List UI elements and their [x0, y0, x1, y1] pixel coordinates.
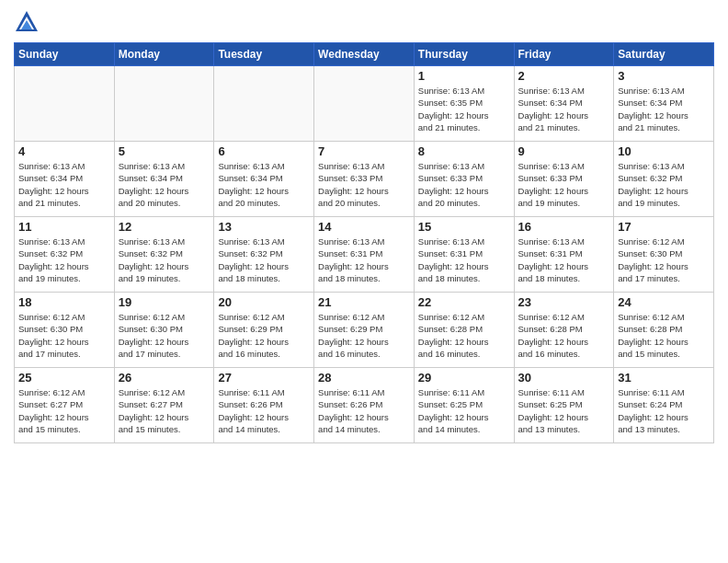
day-number: 13 [218, 220, 310, 234]
day-info: Sunrise: 6:13 AM Sunset: 6:34 PM Dayligh… [618, 85, 710, 133]
calendar-header-saturday: Saturday [614, 43, 714, 66]
calendar-cell: 13Sunrise: 6:13 AM Sunset: 6:32 PM Dayli… [214, 217, 314, 293]
calendar-cell: 3Sunrise: 6:13 AM Sunset: 6:34 PM Daylig… [614, 66, 714, 142]
calendar-header-wednesday: Wednesday [314, 43, 415, 66]
day-info: Sunrise: 6:13 AM Sunset: 6:33 PM Dayligh… [518, 160, 610, 209]
day-number: 14 [318, 220, 410, 234]
day-number: 6 [218, 144, 310, 158]
calendar-cell: 1Sunrise: 6:13 AM Sunset: 6:35 PM Daylig… [414, 66, 514, 142]
calendar-cell [15, 66, 115, 142]
day-info: Sunrise: 6:12 AM Sunset: 6:28 PM Dayligh… [418, 311, 510, 360]
day-number: 3 [618, 69, 710, 83]
calendar-cell: 12Sunrise: 6:13 AM Sunset: 6:32 PM Dayli… [114, 217, 214, 293]
day-info: Sunrise: 6:13 AM Sunset: 6:32 PM Dayligh… [18, 236, 110, 284]
calendar-cell: 20Sunrise: 6:12 AM Sunset: 6:29 PM Dayli… [214, 293, 314, 368]
day-info: Sunrise: 6:13 AM Sunset: 6:35 PM Dayligh… [418, 85, 510, 133]
day-info: Sunrise: 6:11 AM Sunset: 6:25 PM Dayligh… [518, 386, 610, 435]
day-info: Sunrise: 6:13 AM Sunset: 6:33 PM Dayligh… [418, 160, 510, 209]
day-number: 23 [518, 295, 610, 309]
calendar-header-friday: Friday [514, 43, 614, 66]
calendar-cell: 4Sunrise: 6:13 AM Sunset: 6:34 PM Daylig… [15, 142, 115, 217]
day-number: 15 [418, 220, 510, 234]
calendar-week-4: 18Sunrise: 6:12 AM Sunset: 6:30 PM Dayli… [15, 293, 714, 368]
calendar-cell [114, 66, 214, 142]
calendar-cell: 29Sunrise: 6:11 AM Sunset: 6:25 PM Dayli… [414, 368, 514, 443]
day-info: Sunrise: 6:11 AM Sunset: 6:24 PM Dayligh… [618, 386, 710, 435]
day-info: Sunrise: 6:13 AM Sunset: 6:32 PM Dayligh… [218, 236, 310, 284]
day-number: 25 [18, 371, 110, 385]
calendar-cell: 14Sunrise: 6:13 AM Sunset: 6:31 PM Dayli… [314, 217, 415, 293]
calendar-header-row: SundayMondayTuesdayWednesdayThursdayFrid… [15, 43, 714, 66]
day-info: Sunrise: 6:13 AM Sunset: 6:33 PM Dayligh… [318, 160, 410, 209]
day-number: 30 [518, 371, 610, 385]
day-info: Sunrise: 6:11 AM Sunset: 6:26 PM Dayligh… [318, 386, 410, 435]
day-number: 24 [618, 295, 710, 309]
day-info: Sunrise: 6:13 AM Sunset: 6:34 PM Dayligh… [218, 160, 310, 209]
calendar-week-5: 25Sunrise: 6:12 AM Sunset: 6:27 PM Dayli… [15, 368, 714, 443]
day-number: 28 [318, 371, 410, 385]
calendar-cell: 31Sunrise: 6:11 AM Sunset: 6:24 PM Dayli… [614, 368, 714, 443]
calendar-cell: 21Sunrise: 6:12 AM Sunset: 6:29 PM Dayli… [314, 293, 415, 368]
logo [14, 9, 43, 35]
calendar-cell: 16Sunrise: 6:13 AM Sunset: 6:31 PM Dayli… [514, 217, 614, 293]
day-info: Sunrise: 6:11 AM Sunset: 6:25 PM Dayligh… [418, 386, 510, 435]
calendar-header-sunday: Sunday [15, 43, 115, 66]
calendar-cell: 27Sunrise: 6:11 AM Sunset: 6:26 PM Dayli… [214, 368, 314, 443]
day-number: 18 [18, 295, 110, 309]
day-number: 27 [218, 371, 310, 385]
day-info: Sunrise: 6:13 AM Sunset: 6:34 PM Dayligh… [18, 160, 110, 209]
calendar-cell: 11Sunrise: 6:13 AM Sunset: 6:32 PM Dayli… [15, 217, 115, 293]
calendar-cell: 25Sunrise: 6:12 AM Sunset: 6:27 PM Dayli… [15, 368, 115, 443]
day-number: 17 [618, 220, 710, 234]
day-info: Sunrise: 6:12 AM Sunset: 6:29 PM Dayligh… [218, 311, 310, 360]
calendar-header-thursday: Thursday [414, 43, 514, 66]
calendar-cell: 18Sunrise: 6:12 AM Sunset: 6:30 PM Dayli… [15, 293, 115, 368]
day-info: Sunrise: 6:12 AM Sunset: 6:27 PM Dayligh… [18, 386, 110, 435]
calendar-cell: 19Sunrise: 6:12 AM Sunset: 6:30 PM Dayli… [114, 293, 214, 368]
calendar-cell: 17Sunrise: 6:12 AM Sunset: 6:30 PM Dayli… [614, 217, 714, 293]
day-number: 1 [418, 69, 510, 83]
calendar-cell: 6Sunrise: 6:13 AM Sunset: 6:34 PM Daylig… [214, 142, 314, 217]
calendar-cell: 28Sunrise: 6:11 AM Sunset: 6:26 PM Dayli… [314, 368, 415, 443]
calendar-header-monday: Monday [114, 43, 214, 66]
calendar-week-2: 4Sunrise: 6:13 AM Sunset: 6:34 PM Daylig… [15, 142, 714, 217]
day-info: Sunrise: 6:13 AM Sunset: 6:34 PM Dayligh… [119, 160, 210, 209]
day-info: Sunrise: 6:13 AM Sunset: 6:32 PM Dayligh… [119, 236, 210, 284]
day-number: 26 [119, 371, 210, 385]
day-number: 16 [518, 220, 610, 234]
day-number: 10 [618, 144, 710, 158]
calendar-cell [314, 66, 415, 142]
calendar-cell: 22Sunrise: 6:12 AM Sunset: 6:28 PM Dayli… [414, 293, 514, 368]
calendar-cell: 2Sunrise: 6:13 AM Sunset: 6:34 PM Daylig… [514, 66, 614, 142]
day-info: Sunrise: 6:12 AM Sunset: 6:29 PM Dayligh… [318, 311, 410, 360]
calendar-week-1: 1Sunrise: 6:13 AM Sunset: 6:35 PM Daylig… [15, 66, 714, 142]
day-number: 8 [418, 144, 510, 158]
day-info: Sunrise: 6:13 AM Sunset: 6:31 PM Dayligh… [418, 236, 510, 284]
calendar: SundayMondayTuesdayWednesdayThursdayFrid… [14, 42, 714, 443]
day-number: 31 [618, 371, 710, 385]
day-info: Sunrise: 6:12 AM Sunset: 6:30 PM Dayligh… [618, 236, 710, 284]
calendar-week-3: 11Sunrise: 6:13 AM Sunset: 6:32 PM Dayli… [15, 217, 714, 293]
calendar-cell: 8Sunrise: 6:13 AM Sunset: 6:33 PM Daylig… [414, 142, 514, 217]
page-container: SundayMondayTuesdayWednesdayThursdayFrid… [0, 0, 728, 453]
logo-icon [14, 9, 40, 35]
day-info: Sunrise: 6:11 AM Sunset: 6:26 PM Dayligh… [218, 386, 310, 435]
day-info: Sunrise: 6:12 AM Sunset: 6:30 PM Dayligh… [18, 311, 110, 360]
day-number: 19 [119, 295, 210, 309]
calendar-cell: 24Sunrise: 6:12 AM Sunset: 6:28 PM Dayli… [614, 293, 714, 368]
day-number: 29 [418, 371, 510, 385]
day-number: 12 [119, 220, 210, 234]
day-number: 21 [318, 295, 410, 309]
day-number: 9 [518, 144, 610, 158]
day-info: Sunrise: 6:12 AM Sunset: 6:27 PM Dayligh… [119, 386, 210, 435]
day-number: 22 [418, 295, 510, 309]
day-info: Sunrise: 6:12 AM Sunset: 6:28 PM Dayligh… [618, 311, 710, 360]
day-info: Sunrise: 6:12 AM Sunset: 6:30 PM Dayligh… [119, 311, 210, 360]
day-number: 7 [318, 144, 410, 158]
calendar-cell: 26Sunrise: 6:12 AM Sunset: 6:27 PM Dayli… [114, 368, 214, 443]
calendar-cell: 30Sunrise: 6:11 AM Sunset: 6:25 PM Dayli… [514, 368, 614, 443]
day-info: Sunrise: 6:12 AM Sunset: 6:28 PM Dayligh… [518, 311, 610, 360]
calendar-header-tuesday: Tuesday [214, 43, 314, 66]
calendar-cell [214, 66, 314, 142]
day-info: Sunrise: 6:13 AM Sunset: 6:32 PM Dayligh… [618, 160, 710, 209]
